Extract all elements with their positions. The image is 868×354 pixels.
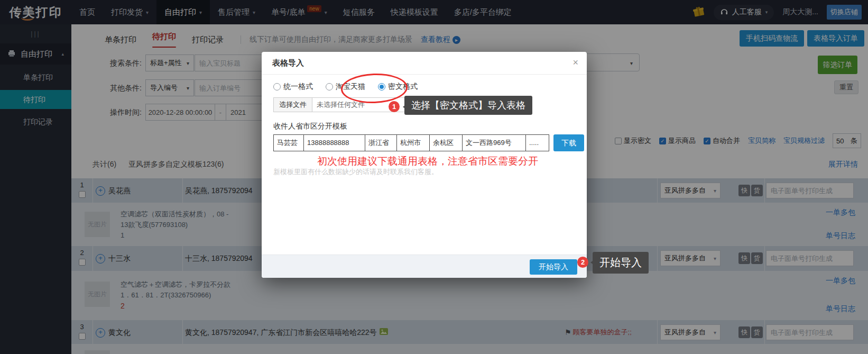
sample-cell-district: 余杭区 xyxy=(429,135,462,151)
radio-icon[interactable] xyxy=(273,83,281,90)
start-import-button[interactable]: 开始导入 xyxy=(530,259,577,275)
sample-cell-address: 文一西路969号 xyxy=(462,135,525,151)
sample-cell-phone: 13888888888 xyxy=(303,135,365,151)
template-section-label: 收件人省市区分开模板 xyxy=(273,122,347,131)
sample-cell-name: 马芸芸 xyxy=(274,135,303,151)
choose-file-button[interactable]: 选择文件 xyxy=(274,98,312,112)
radio-icon[interactable] xyxy=(326,83,333,90)
sample-table: 马芸芸 13888888888 浙江省 杭州市 余杭区 文一西路969号 ...… xyxy=(273,134,549,151)
step-1-badge: 1 xyxy=(389,101,400,112)
sample-cell-city: 杭州市 xyxy=(396,135,429,151)
sample-cell-province: 浙江省 xyxy=(365,135,396,151)
radio-unified-format[interactable]: 统一格式 xyxy=(273,82,313,92)
modal-header: 表格导入 × xyxy=(262,52,587,75)
table-import-modal: 表格导入 × 统一格式 淘宝天猫 密文格式 选择文件 未选择任何文件 收件人省市… xyxy=(262,52,587,278)
step-1-tooltip: 选择【密文格式】导入表格 xyxy=(404,96,532,115)
modal-title: 表格导入 xyxy=(272,52,304,74)
close-icon[interactable]: × xyxy=(572,52,578,73)
step-2-tooltip: 开始导入 xyxy=(593,252,649,274)
note-text: 新模板里面有什么数据缺少的话请及时联系我们客服。 xyxy=(273,167,438,177)
app-window: 传美打印 首页 打印发货▾ 自由打印▾ 售后管理▾ 单号/底单new▾ 短信服务… xyxy=(0,0,868,354)
sample-cell-more: ..... xyxy=(525,135,549,151)
modal-footer: 开始导入 xyxy=(262,255,587,278)
warning-text: 初次使用建议下载通用表格，注意省市区需要分开 xyxy=(317,155,538,168)
download-button[interactable]: 下载 xyxy=(553,134,584,151)
